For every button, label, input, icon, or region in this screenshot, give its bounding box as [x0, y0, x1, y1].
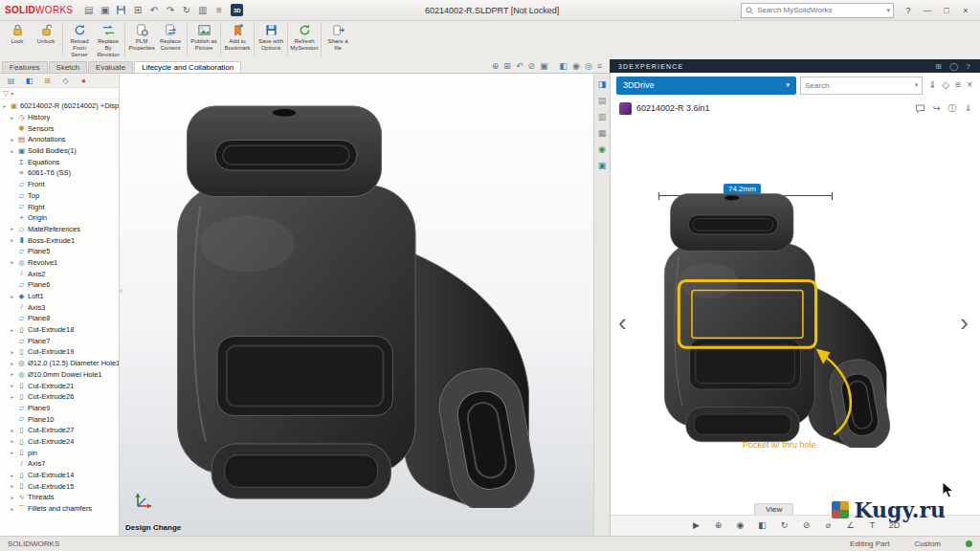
save-with-options-button[interactable]: Save with Options — [256, 21, 285, 59]
view-tab[interactable]: View — [754, 503, 793, 515]
3ddrive-dropdown[interactable]: 3DDrive ▾ — [616, 77, 796, 95]
displaymanager-tab[interactable]: ● — [76, 75, 92, 87]
tree-item-solid-bodies-1[interactable]: ▸▣Solid Bodies(1) — [0, 145, 119, 157]
orbit-tool[interactable]: ↻ — [777, 518, 792, 534]
configurationmanager-tab[interactable]: ⊞ — [39, 75, 56, 87]
previous-view-icon[interactable]: ↶ — [516, 62, 523, 71]
filter-caret-icon[interactable]: ▾ — [11, 90, 13, 97]
reload-from-server-button[interactable]: Reload From Server — [65, 21, 94, 59]
tree-item-12-0-12-5-diameter-hole1[interactable]: ▸◎Ø12.0 (12.5) Diameter Hole1 — [0, 358, 119, 369]
tree-item-threads[interactable]: ▸∿Threads — [0, 492, 119, 503]
zoom-fit-icon[interactable]: ⊕ — [492, 62, 500, 71]
unlock-button[interactable]: Unlock — [32, 21, 60, 59]
expand-arrow-icon[interactable]: ▸ — [10, 226, 15, 231]
tab-sketch[interactable]: Sketch — [49, 61, 87, 73]
options-icon[interactable]: ≡ — [212, 3, 226, 17]
open-icon[interactable]: ▣ — [98, 3, 112, 17]
lock-button[interactable]: Lock — [3, 21, 32, 59]
graphics-viewport[interactable]: ‹ Design Change — [120, 74, 593, 536]
tree-item-annotations[interactable]: ▸▤Annotations — [0, 134, 119, 145]
expand-arrow-icon[interactable]: ▸ — [10, 137, 15, 143]
search-caret-icon[interactable]: ▾ — [886, 7, 890, 14]
3dexperience-app-icon[interactable]: 3D — [231, 4, 243, 16]
model-preview-area[interactable]: 74.2mm ‹ › Pocket w/ thru hole — [611, 119, 980, 498]
expand-arrow-icon[interactable]: ▸ — [10, 438, 15, 444]
tree-item-cut-extrude14[interactable]: ▸▯Cut-Extrude14 — [0, 470, 119, 481]
help-button[interactable]: ? — [902, 3, 914, 17]
expand-arrow-icon[interactable]: ▸ — [2, 103, 8, 109]
tree-filter-row[interactable]: ▽ ▾ — [0, 88, 119, 99]
rebuild-icon[interactable]: ↻ — [179, 3, 193, 17]
zoom-area-icon[interactable]: ⊞ — [503, 62, 511, 71]
expand-arrow-icon[interactable]: ▸ — [10, 495, 15, 500]
expand-arrow-icon[interactable]: ▸ — [10, 428, 15, 433]
panel-search-input[interactable] — [805, 81, 912, 90]
replace-by-revision-button[interactable]: Replace By Revision — [94, 21, 122, 59]
close-panel-icon[interactable]: × — [967, 80, 972, 90]
save-icon[interactable] — [114, 3, 128, 17]
3dexperience-pane-tab[interactable]: ◨ — [596, 78, 609, 91]
replace-content-button[interactable]: Replace Content — [156, 21, 185, 59]
expand-arrow-icon[interactable]: ▸ — [10, 237, 15, 243]
add-to-bookmark-button[interactable]: Add to Bookmark — [223, 21, 252, 59]
edit-appearance-icon[interactable]: ◎ — [585, 62, 592, 71]
tree-item-cut-extrude19[interactable]: ▸▯Cut-Extrude19 — [0, 346, 119, 358]
expand-arrow-icon[interactable]: ▸ — [10, 450, 15, 455]
expand-arrow-icon[interactable]: ▸ — [10, 506, 15, 512]
user-avatar-icon[interactable]: ◯ — [949, 62, 959, 71]
download-doc-icon[interactable]: ⇓ — [964, 104, 971, 113]
redo-icon[interactable]: ↷ — [163, 3, 177, 17]
download-icon[interactable]: ⇓ — [928, 80, 936, 90]
file-properties-icon[interactable]: ▥ — [195, 3, 210, 17]
expand-arrow-icon[interactable]: ▸ — [10, 473, 15, 478]
plm-properties-button[interactable]: PLM Properties — [127, 21, 156, 59]
cad-part-model[interactable] — [160, 102, 543, 508]
collapse-tree-arrow[interactable]: ‹ — [120, 286, 122, 296]
expand-arrow-icon[interactable]: ▸ — [10, 294, 15, 299]
previous-slide-arrow[interactable]: ‹ — [618, 310, 627, 335]
tree-item-revolve1[interactable]: ▸◎Revolve1 — [0, 257, 119, 269]
tree-item-10-0mm-dowel-hole1[interactable]: ▸◎Ø10.0mm Dowel Hole1 — [0, 369, 119, 381]
maximize-button[interactable]: □ — [941, 3, 952, 17]
comment-icon[interactable] — [915, 103, 925, 114]
display-style-icon[interactable]: ◧ — [560, 62, 568, 71]
tree-item-axis3[interactable]: /Axis3 — [0, 301, 119, 313]
tree-item-cut-extrude18[interactable]: ▸▯Cut-Extrude18 — [0, 324, 119, 336]
expand-arrow-icon[interactable]: ▸ — [10, 349, 15, 355]
panel-search-caret-icon[interactable]: ▾ — [915, 81, 919, 89]
tree-item-plane9[interactable]: ▱Plane9 — [0, 403, 119, 414]
tree-item-loft1[interactable]: ▸◆Loft1 — [0, 291, 119, 302]
tree-item-cut-extrude26[interactable]: ▸▯Cut-Extrude26 — [0, 391, 119, 403]
tree-item-60214002-r-60214002-display-st[interactable]: ▸▣60214002-R (60214002) +Display St... — [0, 100, 119, 112]
help-icon[interactable]: ? — [966, 62, 971, 71]
tree-item-cut-extrude15[interactable]: ▸▯Cut-Extrude15 — [0, 480, 119, 492]
mysolidworks-search[interactable]: ▾ — [741, 3, 894, 18]
tree-item-plane5[interactable]: ▱Plane5 — [0, 246, 119, 257]
tag-icon[interactable]: ◇ — [943, 80, 950, 90]
tab-features[interactable]: Features — [2, 61, 48, 73]
publish-as-picture-button[interactable]: Publish as Picture — [189, 21, 218, 59]
tree-item-cut-extrude27[interactable]: ▸▯Cut-Extrude27 — [0, 425, 119, 436]
expand-arrow-icon[interactable]: ▸ — [10, 383, 15, 388]
expand-arrow-icon[interactable]: ▸ — [10, 361, 15, 366]
zoom-tool[interactable]: ⊕ — [711, 518, 726, 534]
dimxpertmanager-tab[interactable]: ◇ — [57, 75, 74, 87]
expand-arrow-icon[interactable]: ▸ — [10, 259, 15, 265]
tree-item-front[interactable]: ▱Front — [0, 179, 119, 190]
close-button[interactable]: × — [960, 3, 971, 17]
panel-search[interactable]: ▾ — [800, 77, 923, 95]
status-units[interactable]: Custom — [914, 540, 941, 548]
appearances-pane-tab[interactable]: ◉ — [596, 143, 609, 156]
expand-arrow-icon[interactable]: ▸ — [10, 327, 15, 333]
filter-funnel-icon[interactable]: ▽ — [3, 89, 9, 98]
info-icon[interactable]: ⓘ — [947, 104, 956, 113]
tree-item-origin[interactable]: +Origin — [0, 212, 119, 224]
view-settings-icon[interactable]: ≡ — [597, 62, 602, 71]
tree-item-top[interactable]: ▱Top — [0, 190, 119, 202]
menu-icon[interactable]: ≡ — [955, 80, 961, 90]
expand-arrow-icon[interactable]: ▸ — [10, 148, 15, 154]
file-explorer-pane-tab[interactable]: ▥ — [596, 111, 609, 123]
design-library-pane-tab[interactable]: ▤ — [596, 95, 609, 107]
apps-grid-icon[interactable]: ⊞ — [935, 62, 943, 71]
tree-item-6061-t6-ss[interactable]: ≡6061-T6 (SS) — [0, 167, 119, 179]
